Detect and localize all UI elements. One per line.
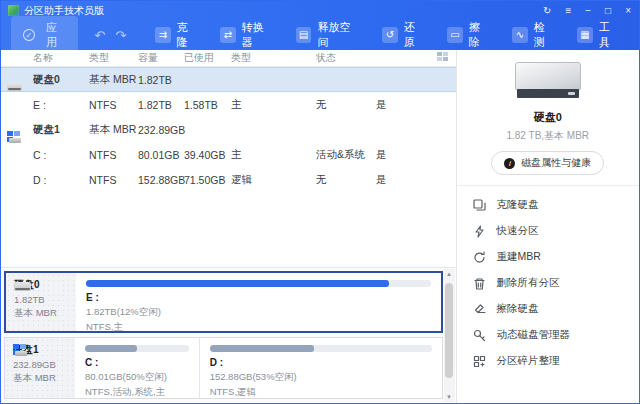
toolbar-item-tools[interactable]: ▦ 工具 (568, 16, 629, 54)
apply-button[interactable]: ✓ 应用 (11, 16, 78, 54)
action-dynamic-disk-manager[interactable]: 动态磁盘管理器 (457, 322, 639, 348)
redo-icon[interactable]: ↷ (115, 28, 126, 43)
action-delete-all-partitions[interactable]: 删除所有分区 (457, 270, 639, 296)
vertical-scrollbar[interactable]: ▲ ▼ (444, 269, 455, 402)
apply-label: 应用 (41, 20, 63, 50)
toolbar-item-wipe[interactable]: ▭ 擦除 (438, 16, 499, 54)
dynamic-disk-manager-icon (473, 329, 486, 342)
partition-table: 名称 类型 容量 已使用 类型 状态 硬盘0 基本 MBR 1.82TB (1, 50, 456, 267)
disk0-info-cell[interactable]: 硬盘0 1.82TB 基本 MBR (6, 273, 76, 331)
disk-panel-disk0[interactable]: 硬盘0 1.82TB 基本 MBR E : 1.82TB(12%空闲) NTFS… (4, 271, 443, 333)
disk-image (515, 62, 581, 100)
disk-map: 硬盘0 1.82TB 基本 MBR E : 1.82TB(12%空闲) NTFS… (1, 267, 456, 403)
wipe-disk-icon (473, 303, 486, 316)
disk1-info-cell[interactable]: 硬盘1 232.89GB 基本 MBR (5, 338, 75, 398)
check-icon: ✓ (23, 29, 35, 41)
partition-block-d[interactable]: D : 152.88GB(53%空闲) NTFS,逻辑 (200, 338, 442, 398)
converter-icon: ⇄ (220, 27, 236, 43)
disk-properties-button[interactable]: i 磁盘属性与健康 (491, 151, 604, 175)
action-wipe-disk[interactable]: 擦除硬盘 (457, 296, 639, 322)
action-defrag[interactable]: 分区碎片整理 (457, 348, 639, 374)
action-clone-disk[interactable]: 克隆硬盘 (457, 192, 639, 218)
selected-disk-info: 1.82 TB,基本 MBR (457, 129, 639, 143)
usage-bar (85, 345, 189, 352)
toolbar: ✓ 应用 ↶ ↷ ⇉ 克隆 ⇄ 转换器 ▤ 释放空间 (1, 20, 639, 50)
action-rebuild-mbr[interactable]: 重建MBR (457, 244, 639, 270)
table-row-partition-d[interactable]: D : NTFS 152.88GB 71.50GB 逻辑 无 是 (1, 167, 456, 192)
scroll-down-icon[interactable]: ▼ (446, 392, 452, 402)
refresh-icon[interactable]: ↻ (543, 6, 551, 16)
defrag-icon (473, 355, 486, 368)
header: 分区助手技术员版 ↻ ≡ − □ × ✓ 应用 ↶ ↷ ⇉ 克隆 (1, 1, 639, 50)
toolbar-item-test[interactable]: ∿ 检测 (503, 16, 564, 54)
toolbar-item-free-space[interactable]: ▤ 释放空间 (287, 16, 369, 54)
table-row-partition-e[interactable]: E : NTFS 1.82TB 1.58TB 主 无 是 (1, 92, 456, 117)
selected-disk-name: 硬盘0 (457, 110, 639, 125)
partition-block-e[interactable]: E : 1.82TB(12%空闲) NTFS,主 (76, 273, 441, 331)
free-space-icon: ▤ (296, 27, 312, 43)
usage-bar (86, 280, 431, 287)
column-settings-icon[interactable] (437, 52, 448, 64)
clone-disk-icon (473, 199, 486, 212)
scroll-up-icon[interactable]: ▲ (446, 269, 452, 279)
delete-all-partitions-icon (473, 277, 486, 290)
app-logo-icon (8, 5, 19, 16)
clone-icon: ⇉ (155, 27, 171, 43)
usage-bar (210, 345, 432, 352)
toolbar-item-restore[interactable]: ↺ 还原 (373, 16, 434, 54)
action-quick-partition[interactable]: 快速分区 (457, 218, 639, 244)
app-window: 分区助手技术员版 ↻ ≡ − □ × ✓ 应用 ↶ ↷ ⇉ 克隆 (0, 0, 640, 404)
rebuild-mbr-icon (473, 251, 486, 264)
info-icon: i (504, 158, 515, 169)
quick-partition-icon (473, 225, 486, 238)
close-button[interactable]: × (625, 6, 631, 16)
partition-block-c[interactable]: C : 80.01GB(50%空闲) NTFS,活动,系统,主 (75, 338, 200, 398)
table-row-disk1[interactable]: 硬盘1 基本 MBR 232.89GB (1, 117, 456, 142)
restore-icon: ↺ (382, 27, 398, 43)
minimize-button[interactable]: − (585, 6, 591, 16)
scrollbar-thumb[interactable] (445, 283, 453, 378)
maximize-button[interactable]: □ (605, 6, 611, 16)
toolbar-item-converter[interactable]: ⇄ 转换器 (211, 16, 283, 54)
wipe-icon: ▭ (447, 27, 463, 43)
undo-icon[interactable]: ↶ (94, 28, 105, 43)
sidebar: 硬盘0 1.82 TB,基本 MBR i 磁盘属性与健康 克隆硬盘 快速分区 (456, 50, 639, 403)
toolbar-item-clone[interactable]: ⇉ 克隆 (146, 16, 207, 54)
table-row-partition-c[interactable]: C : NTFS 80.01GB 39.40GB 主 活动&系统 是 (1, 142, 456, 167)
menu-icon[interactable]: ≡ (565, 6, 571, 16)
disk-panel-disk1[interactable]: 硬盘1 232.89GB 基本 MBR C : 80.01GB(50%空闲) N… (4, 337, 443, 399)
tools-icon: ▦ (577, 27, 593, 43)
test-icon: ∿ (512, 27, 528, 43)
action-list: 克隆硬盘 快速分区 重建MBR 删除所有分区 擦除硬盘 (457, 186, 639, 380)
table-row-disk0[interactable]: 硬盘0 基本 MBR 1.82TB (1, 67, 456, 92)
table-header: 名称 类型 容量 已使用 类型 状态 (1, 50, 456, 67)
